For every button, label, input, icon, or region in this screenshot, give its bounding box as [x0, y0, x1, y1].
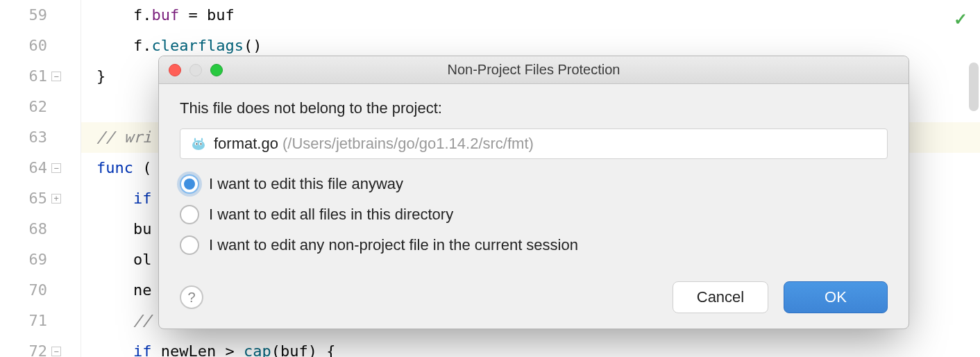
svg-point-5	[194, 138, 196, 142]
radio-button[interactable]	[180, 205, 199, 224]
dialog-prompt: This file does not belong to the project…	[180, 99, 888, 117]
code-line[interactable]: f.buf = buf	[96, 0, 980, 31]
svg-point-4	[201, 143, 202, 144]
line-number: 65+	[0, 183, 47, 214]
line-number: 68	[0, 214, 47, 244]
option-1[interactable]: I want to edit all files in this directo…	[180, 205, 888, 224]
scrollbar-thumb[interactable]	[969, 63, 979, 111]
options-group: I want to edit this file anywayI want to…	[180, 174, 888, 255]
line-number: 64−	[0, 153, 47, 183]
fold-collapse-icon[interactable]: −	[51, 72, 61, 81]
option-0[interactable]: I want to edit this file anyway	[180, 174, 888, 194]
line-number: 61−	[0, 61, 47, 92]
radio-button[interactable]	[180, 174, 199, 194]
svg-point-0	[192, 140, 205, 150]
line-number: 60	[0, 31, 47, 61]
inspection-ok-icon[interactable]: ✓	[954, 10, 968, 29]
protection-dialog: Non-Project Files Protection This file d…	[158, 56, 909, 329]
line-number: 63	[0, 122, 47, 153]
line-number: 70	[0, 275, 47, 306]
cancel-button[interactable]: Cancel	[673, 281, 768, 313]
go-file-icon	[190, 135, 207, 152]
file-path-box: format.go (/Users/jetbrains/go/go1.14.2/…	[180, 128, 888, 159]
code-line[interactable]: if newLen > cap(buf) {	[96, 336, 980, 357]
svg-point-6	[201, 138, 203, 142]
ok-button[interactable]: OK	[784, 281, 888, 313]
help-button[interactable]: ?	[180, 285, 203, 309]
line-number: 62	[0, 92, 47, 122]
line-number: 59	[0, 0, 47, 31]
dialog-body: This file does not belong to the project…	[159, 84, 909, 269]
fold-expand-icon[interactable]: +	[51, 194, 61, 204]
file-name: format.go	[214, 135, 278, 153]
dialog-footer: ? Cancel OK	[159, 269, 909, 329]
gutter: 596061−626364−65+6869707172−	[0, 0, 81, 357]
option-label: I want to edit any non-project file in t…	[209, 236, 578, 254]
dialog-titlebar[interactable]: Non-Project Files Protection	[159, 56, 909, 84]
line-number: 69	[0, 244, 47, 275]
line-number: 72−	[0, 336, 47, 357]
file-path: (/Users/jetbrains/go/go1.14.2/src/fmt)	[282, 135, 534, 153]
option-2[interactable]: I want to edit any non-project file in t…	[180, 235, 888, 255]
fold-collapse-icon[interactable]: −	[51, 163, 61, 173]
line-number: 71	[0, 306, 47, 336]
fold-collapse-icon[interactable]: −	[51, 347, 61, 356]
dialog-title: Non-Project Files Protection	[159, 62, 909, 78]
svg-point-3	[196, 143, 198, 144]
radio-button[interactable]	[180, 235, 199, 255]
option-label: I want to edit all files in this directo…	[209, 206, 453, 224]
option-label: I want to edit this file anyway	[209, 175, 403, 193]
